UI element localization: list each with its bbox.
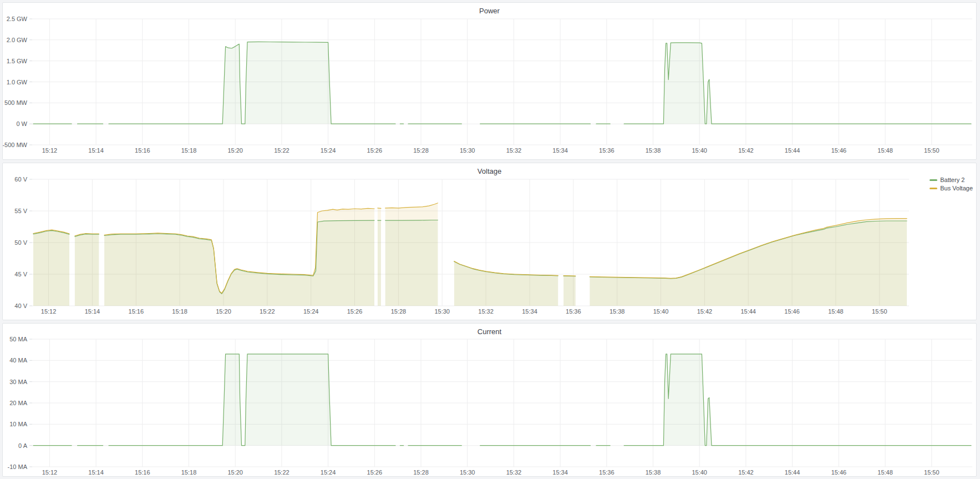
- svg-text:15:24: 15:24: [303, 308, 319, 315]
- svg-text:15:26: 15:26: [367, 147, 383, 154]
- voltage-chart[interactable]: 60 V55 V50 V45 V40 V15:1215:1415:1615:18…: [3, 163, 976, 320]
- svg-text:15:20: 15:20: [227, 147, 243, 154]
- svg-text:15:16: 15:16: [129, 308, 144, 315]
- svg-text:-500 MW: -500 MW: [3, 142, 28, 148]
- svg-text:15:24: 15:24: [321, 469, 336, 476]
- svg-text:30 MA: 30 MA: [9, 379, 27, 385]
- panel-current: Current 50 MA40 MA30 MA20 MA10 MA0 A-10 …: [2, 323, 977, 477]
- svg-text:40 V: 40 V: [14, 302, 27, 309]
- svg-text:15:32: 15:32: [506, 147, 522, 154]
- svg-text:15:18: 15:18: [172, 308, 187, 315]
- svg-text:15:48: 15:48: [877, 147, 893, 154]
- svg-text:2.0 GW: 2.0 GW: [7, 37, 28, 43]
- current-chart[interactable]: 50 MA40 MA30 MA20 MA10 MA0 A-10 MA15:121…: [3, 324, 976, 476]
- svg-text:15:28: 15:28: [413, 469, 429, 476]
- svg-text:1.5 GW: 1.5 GW: [7, 58, 28, 64]
- svg-text:15:30: 15:30: [434, 308, 450, 315]
- legend-swatch-battery-2: [930, 179, 937, 181]
- svg-text:15:34: 15:34: [552, 147, 568, 154]
- svg-text:60 V: 60 V: [14, 176, 27, 183]
- svg-text:15:32: 15:32: [506, 469, 522, 476]
- svg-text:500 MW: 500 MW: [4, 99, 28, 106]
- svg-text:15:42: 15:42: [738, 147, 754, 154]
- svg-text:15:40: 15:40: [692, 147, 707, 154]
- svg-text:15:38: 15:38: [610, 308, 625, 315]
- svg-text:55 V: 55 V: [14, 208, 27, 214]
- svg-text:15:22: 15:22: [274, 469, 290, 476]
- svg-text:15:46: 15:46: [784, 308, 800, 315]
- svg-text:15:50: 15:50: [924, 469, 940, 476]
- svg-text:15:38: 15:38: [646, 147, 661, 154]
- svg-text:15:42: 15:42: [697, 308, 713, 315]
- svg-text:15:32: 15:32: [478, 308, 494, 315]
- svg-text:-10 MA: -10 MA: [8, 463, 28, 470]
- svg-text:50 MA: 50 MA: [9, 336, 27, 342]
- svg-text:20 MA: 20 MA: [9, 400, 27, 406]
- svg-text:15:50: 15:50: [924, 147, 940, 154]
- svg-text:15:16: 15:16: [135, 147, 150, 154]
- svg-text:15:46: 15:46: [831, 469, 847, 476]
- svg-text:15:46: 15:46: [831, 147, 847, 154]
- svg-text:15:36: 15:36: [599, 469, 615, 476]
- svg-text:0 A: 0 A: [18, 442, 28, 449]
- panel-power: Power 2.5 GW2.0 GW1.5 GW1.0 GW500 MW0 W-…: [2, 2, 977, 160]
- legend-item-bus-voltage[interactable]: Bus Voltage: [930, 185, 973, 191]
- svg-text:15:26: 15:26: [367, 469, 383, 476]
- svg-text:1.0 GW: 1.0 GW: [7, 79, 28, 85]
- legend: Battery 2 Bus Voltage: [930, 177, 973, 191]
- svg-text:15:48: 15:48: [828, 308, 844, 315]
- svg-text:15:12: 15:12: [42, 469, 58, 476]
- legend-label-bus-voltage: Bus Voltage: [940, 185, 973, 191]
- svg-text:15:30: 15:30: [460, 469, 475, 476]
- svg-text:15:44: 15:44: [740, 308, 756, 315]
- svg-text:15:22: 15:22: [260, 308, 275, 315]
- svg-text:15:34: 15:34: [522, 308, 537, 315]
- svg-text:15:40: 15:40: [653, 308, 669, 315]
- svg-text:2.5 GW: 2.5 GW: [7, 16, 28, 22]
- svg-text:15:14: 15:14: [85, 308, 100, 315]
- svg-text:15:24: 15:24: [321, 147, 336, 154]
- power-chart[interactable]: 2.5 GW2.0 GW1.5 GW1.0 GW500 MW0 W-500 MW…: [3, 3, 976, 159]
- svg-text:15:48: 15:48: [877, 469, 893, 476]
- legend-label-battery-2: Battery 2: [940, 177, 964, 183]
- svg-text:15:20: 15:20: [227, 469, 243, 476]
- svg-text:40 MA: 40 MA: [9, 357, 27, 364]
- svg-text:15:36: 15:36: [599, 147, 615, 154]
- svg-text:15:18: 15:18: [181, 469, 197, 476]
- svg-text:45 V: 45 V: [14, 271, 27, 278]
- panel-voltage: Voltage 60 V55 V50 V45 V40 V15:1215:1415…: [2, 163, 977, 320]
- svg-text:15:28: 15:28: [391, 308, 407, 315]
- svg-text:15:44: 15:44: [785, 469, 800, 476]
- panel-power-title[interactable]: Power: [3, 3, 976, 15]
- panel-current-title[interactable]: Current: [3, 324, 976, 336]
- svg-text:15:26: 15:26: [347, 308, 363, 315]
- svg-text:15:36: 15:36: [566, 308, 581, 315]
- panel-voltage-title[interactable]: Voltage: [3, 163, 976, 175]
- svg-text:15:30: 15:30: [460, 147, 475, 154]
- svg-text:15:34: 15:34: [552, 469, 568, 476]
- svg-text:15:22: 15:22: [274, 147, 290, 154]
- svg-text:50 V: 50 V: [14, 239, 27, 246]
- svg-text:15:42: 15:42: [738, 469, 754, 476]
- svg-text:15:18: 15:18: [181, 147, 197, 154]
- svg-text:15:40: 15:40: [692, 469, 707, 476]
- svg-text:15:28: 15:28: [413, 147, 429, 154]
- svg-text:15:38: 15:38: [646, 469, 661, 476]
- svg-text:15:14: 15:14: [88, 147, 104, 154]
- legend-swatch-bus-voltage: [930, 188, 937, 189]
- svg-text:15:44: 15:44: [785, 147, 800, 154]
- svg-text:15:20: 15:20: [216, 308, 231, 315]
- legend-item-battery-2[interactable]: Battery 2: [930, 177, 973, 183]
- svg-text:15:14: 15:14: [88, 469, 104, 476]
- svg-text:10 MA: 10 MA: [9, 421, 27, 427]
- svg-text:15:16: 15:16: [135, 469, 150, 476]
- svg-text:0 W: 0 W: [16, 120, 27, 127]
- svg-text:15:12: 15:12: [42, 147, 58, 154]
- svg-text:15:12: 15:12: [41, 308, 57, 315]
- svg-text:15:50: 15:50: [872, 308, 887, 315]
